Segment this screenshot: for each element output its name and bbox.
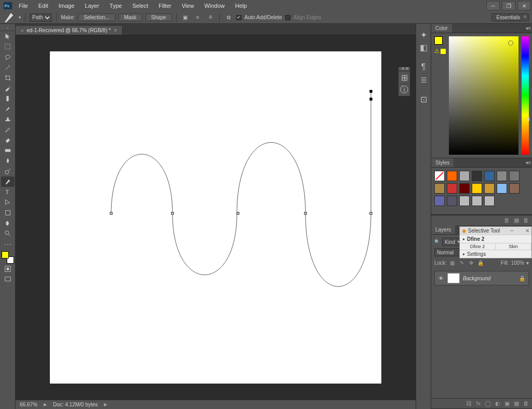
healing-tool[interactable] xyxy=(1,93,15,104)
close-icon[interactable]: ✕ xyxy=(525,228,529,234)
marquee-tool[interactable] xyxy=(1,42,15,52)
chevron-right-icon[interactable]: ▶ xyxy=(104,402,107,407)
crop-tool[interactable] xyxy=(1,73,15,83)
style-swatch[interactable] xyxy=(472,171,482,181)
hand-tool[interactable] xyxy=(1,218,15,228)
menu-type[interactable]: Type xyxy=(104,0,127,11)
align-checkbox[interactable] xyxy=(285,15,290,20)
anchor-point[interactable] xyxy=(110,212,113,215)
handle-point[interactable] xyxy=(370,90,373,93)
move-tool[interactable] xyxy=(1,31,15,42)
character-icon[interactable]: ¶ xyxy=(417,61,430,73)
fx-icon[interactable]: fx xyxy=(476,400,481,407)
group-icon[interactable]: ▣ xyxy=(504,400,510,407)
close-button[interactable]: ✕ xyxy=(517,1,531,10)
style-swatch[interactable] xyxy=(434,171,445,181)
tab-layers[interactable]: Layers xyxy=(431,225,455,234)
shape-tool[interactable] xyxy=(1,208,15,218)
style-swatch[interactable] xyxy=(459,183,470,194)
fg-color[interactable] xyxy=(2,251,9,258)
path-select-tool[interactable] xyxy=(1,197,15,208)
layer-background[interactable]: 👁 Background 🔒 xyxy=(434,271,529,285)
style-swatch[interactable] xyxy=(484,171,495,181)
path-arrange-icon[interactable]: ≛ xyxy=(206,13,215,22)
anchor-point[interactable] xyxy=(237,212,240,215)
selective-tab-2[interactable]: Skin xyxy=(496,243,531,250)
chevron-right-icon[interactable]: ▶ xyxy=(44,402,47,407)
visibility-icon[interactable]: 👁 xyxy=(435,276,447,281)
tab-styles[interactable]: Styles xyxy=(431,158,454,167)
pen-tool[interactable] xyxy=(1,176,15,187)
zoom-tool[interactable] xyxy=(1,228,15,239)
info-icon[interactable]: ⓘ xyxy=(398,84,410,96)
selective-item[interactable]: Dfine 2 xyxy=(467,236,484,242)
saturation-value-picker[interactable] xyxy=(449,36,518,155)
tab-color[interactable]: Color xyxy=(431,24,452,33)
trash-icon[interactable]: 🗑 xyxy=(523,217,529,224)
close-icon[interactable] xyxy=(406,67,408,70)
style-swatch[interactable] xyxy=(447,196,457,206)
hue-slider[interactable] xyxy=(522,36,529,155)
properties-icon[interactable]: ⊞ xyxy=(398,71,410,84)
lock-trans-icon[interactable]: ▦ xyxy=(449,260,456,266)
style-swatch[interactable] xyxy=(484,196,495,206)
document-tab[interactable]: × ed-1-Recovered @ 66.7% (RGB/8) * × xyxy=(16,26,123,35)
path-ops-icon[interactable]: ▣ xyxy=(181,13,190,22)
style-swatch[interactable] xyxy=(509,171,520,181)
panel-menu-icon[interactable]: ▾≡ xyxy=(525,160,532,166)
menu-image[interactable]: Image xyxy=(54,0,80,11)
layer-name[interactable]: Background xyxy=(463,276,490,281)
link-icon[interactable]: ⛓ xyxy=(466,400,472,407)
brush-tool[interactable] xyxy=(1,104,15,114)
paragraph-icon[interactable]: ≣ xyxy=(417,74,430,85)
history-brush-tool[interactable] xyxy=(1,125,15,135)
menu-view[interactable]: View xyxy=(177,0,200,11)
zoom-level[interactable]: 66.67% xyxy=(20,402,37,407)
color-swatches[interactable] xyxy=(2,251,14,264)
mask-button[interactable]: Mask xyxy=(118,13,142,21)
mask-icon[interactable]: ◯ xyxy=(485,400,491,407)
minimize-icon[interactable]: ─ xyxy=(510,228,514,234)
minimize-button[interactable]: ─ xyxy=(486,1,500,10)
adjustments-icon[interactable]: ◧ xyxy=(417,42,430,53)
menu-edit[interactable]: Edit xyxy=(33,0,54,11)
new-icon[interactable]: ▦ xyxy=(514,217,519,224)
trash-icon[interactable]: 🗑 xyxy=(523,400,529,407)
fg-swatch[interactable] xyxy=(434,36,443,45)
path-align-icon[interactable]: ≡ xyxy=(193,13,203,22)
gear-icon[interactable]: ✿ xyxy=(224,13,233,22)
more-tools[interactable]: ⋯ xyxy=(1,239,15,249)
fill-value[interactable]: 100% xyxy=(511,260,524,266)
anchor-point[interactable] xyxy=(304,212,307,215)
gradient-tool[interactable] xyxy=(1,145,15,156)
lock-all-icon[interactable]: 🔒 xyxy=(477,260,484,266)
style-swatch[interactable] xyxy=(459,171,470,181)
menu-select[interactable]: Select xyxy=(127,0,154,11)
lock-pixel-icon[interactable]: ✎ xyxy=(458,260,466,266)
brushes-icon[interactable]: ⊡ xyxy=(417,93,430,105)
selection-button[interactable]: Selection... xyxy=(78,13,115,21)
menu-help[interactable]: Help xyxy=(230,0,252,11)
stamp-tool[interactable] xyxy=(1,114,15,125)
style-swatch[interactable] xyxy=(447,171,457,181)
chevron-down-icon[interactable]: ▾ xyxy=(19,15,21,20)
style-swatch[interactable] xyxy=(447,183,457,194)
style-swatch[interactable] xyxy=(472,196,482,206)
lock-pos-icon[interactable]: ✥ xyxy=(468,260,475,266)
lasso-tool[interactable] xyxy=(1,52,15,62)
collapse-icon[interactable] xyxy=(402,67,404,70)
style-swatch[interactable] xyxy=(497,171,507,181)
wand-tool[interactable] xyxy=(1,62,15,73)
gamut-warning-icon[interactable]: ⚠ xyxy=(434,48,446,54)
autodel-checkbox[interactable] xyxy=(236,15,242,20)
tools-collapse-icon[interactable]: › xyxy=(0,25,15,31)
maximize-button[interactable]: ❐ xyxy=(502,1,515,10)
anchor-point[interactable] xyxy=(370,212,373,215)
close-icon[interactable]: × xyxy=(21,28,23,33)
style-swatch[interactable] xyxy=(459,196,470,206)
blur-tool[interactable] xyxy=(1,156,15,166)
selective-settings[interactable]: Settings xyxy=(467,251,486,257)
new-layer-icon[interactable]: ▦ xyxy=(514,400,519,407)
adjust-icon[interactable]: ◐ xyxy=(495,400,500,407)
type-tool[interactable]: T xyxy=(1,187,15,197)
